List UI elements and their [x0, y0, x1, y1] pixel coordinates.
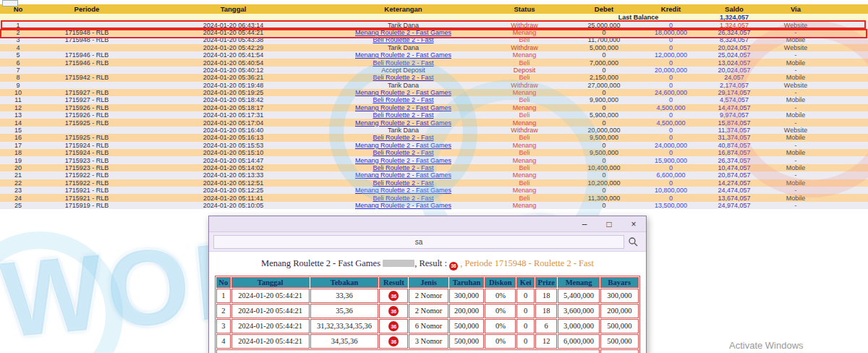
cell-keterangan: Menang Roulette 2 - Fast Games — [329, 187, 477, 194]
transaction-detail-link[interactable]: Menang Roulette 2 - Fast Games — [355, 142, 451, 149]
cell-filler — [828, 21, 868, 28]
transaction-detail-link[interactable]: Beli Roulette 2 - Fast — [373, 149, 433, 156]
transaction-detail-link[interactable]: Menang Roulette 2 - Fast Games — [355, 171, 451, 179]
cell-keterangan: Beli Roulette 2 - Fast — [329, 179, 477, 187]
cell-filler — [828, 119, 868, 126]
transaction-detail-link[interactable]: Menang Roulette 2 - Fast Games — [355, 157, 451, 164]
cell-periode: 1715924 - RLB — [36, 149, 137, 156]
minimize-button[interactable]: – — [572, 216, 597, 232]
detail-column-header-diskon: Diskon — [485, 277, 516, 288]
cell-saldo: 29,174,057 — [705, 89, 763, 96]
transaction-row: 111715927 - RLB2024-01-20 05:18:42Beli R… — [0, 96, 868, 103]
detail-column-header-menang: Menang — [558, 277, 599, 288]
transaction-detail-link[interactable]: Beli Roulette 2 - Fast — [373, 74, 433, 81]
cell-debet: 11,300,000 — [571, 194, 637, 201]
cell-tanggal: 2024-01-20 05:41:54 — [137, 51, 329, 59]
censored-username — [383, 260, 414, 267]
transaction-detail-link[interactable]: Beli Roulette 2 - Fast — [373, 96, 433, 103]
cell-kredit: 0 — [637, 149, 705, 156]
cell-no: 17 — [0, 142, 36, 149]
cell-keterangan: Menang Roulette 2 - Fast Games — [329, 119, 477, 126]
cell-status: Menang — [477, 104, 571, 111]
cell-debet: 5,000,000 — [571, 44, 637, 51]
cell-debet: 0 — [571, 156, 637, 163]
cell-debet: 0 — [571, 104, 637, 111]
transaction-row: 72024-01-20 05:40:12Accept DepositDeposi… — [0, 67, 868, 74]
transaction-detail-link[interactable]: Menang Roulette 2 - Fast Games — [355, 104, 451, 111]
cell-no: 8 — [0, 74, 36, 81]
cell-no: 23 — [0, 187, 36, 194]
roulette-ball-icon: 36 — [388, 291, 399, 301]
cell-status: Menang — [477, 119, 571, 126]
detail-cell-prize: 6 — [535, 319, 557, 333]
transaction-row: 51715946 - RLB2024-01-20 05:41:54Menang … — [0, 51, 868, 59]
column-header-filler — [828, 4, 868, 14]
detail-cell-jenis: 6 Nomor — [409, 319, 448, 333]
close-button[interactable]: × — [621, 216, 646, 232]
cell-periode: 1715922 - RLB — [36, 171, 137, 179]
transaction-row: 231715921 - RLB2024-01-20 05:12:25Menang… — [0, 187, 868, 194]
cell-tanggal: 2024-01-20 05:18:42 — [137, 96, 329, 103]
cell-via: - — [763, 142, 828, 149]
transaction-detail-link[interactable]: Beli Roulette 2 - Fast — [373, 36, 433, 43]
search-input[interactable] — [213, 235, 624, 249]
transaction-detail-link[interactable]: Menang Roulette 2 - Fast Games — [355, 89, 451, 96]
last-balance-label: Last Balance — [571, 14, 705, 21]
transaction-detail-link[interactable]: Beli Roulette 2 - Fast — [373, 195, 433, 202]
detail-cell-bayars: 200,000 — [600, 304, 639, 318]
detail-cell-tebakan: 31,32,33,34,35,36 — [310, 319, 379, 333]
cell-debet: 9,500,000 — [571, 149, 637, 156]
cell-periode — [36, 21, 137, 28]
cell-debet: 0 — [571, 89, 637, 96]
transaction-detail-link[interactable]: Menang Roulette 2 - Fast Games — [355, 29, 451, 36]
cell-saldo: 8,324,057 — [705, 36, 763, 43]
detail-cell-taruhan: 500,000 — [449, 319, 485, 333]
cell-no: 20 — [0, 164, 36, 171]
cell-kredit: 24,600,000 — [637, 89, 705, 96]
roulette-ball-icon: 36 — [388, 306, 399, 316]
transaction-detail-link[interactable]: Menang Roulette 2 - Fast Games — [355, 119, 451, 127]
detail-total-label: TOTAL Menang Roulette 2 - Fast Games — [216, 349, 600, 353]
cell-keterangan: Tarik Dana — [329, 21, 477, 28]
cell-no: 6 — [0, 59, 36, 66]
cell-debet: 9,900,000 — [571, 96, 637, 103]
cell-filler — [828, 89, 868, 96]
detail-cell-menang: 6,000,000 — [558, 334, 599, 349]
search-icon[interactable] — [624, 235, 642, 249]
transaction-detail-link[interactable]: Menang Roulette 2 - Fast Games — [355, 187, 451, 194]
cell-saldo: 14,474,057 — [705, 104, 763, 111]
cell-periode: 1715926 - RLB — [36, 104, 137, 111]
cell-via: - — [763, 29, 828, 36]
transaction-detail-link[interactable]: Beli Roulette 2 - Fast — [373, 59, 433, 67]
transaction-detail-link[interactable]: Menang Roulette 2 - Fast Games — [355, 51, 451, 59]
cell-no: 11 — [0, 96, 36, 103]
detail-cell-no: 4 — [216, 334, 231, 349]
cell-tanggal: 2024-01-20 05:13:33 — [137, 171, 329, 179]
cell-via: Mobile — [763, 96, 828, 103]
detail-column-header-taruhan: Taruhan — [449, 277, 485, 288]
detail-cell-taruhan: 200,000 — [449, 304, 485, 318]
cell-saldo: 24,474,057 — [705, 187, 763, 194]
transaction-detail-link[interactable]: Beli Roulette 2 - Fast — [373, 164, 433, 171]
transaction-detail-link[interactable]: Beli Roulette 2 - Fast — [373, 111, 433, 119]
cell-debet: 5,900,000 — [571, 111, 637, 119]
cell-filler — [828, 142, 868, 149]
cell-debet: 0 — [571, 119, 637, 126]
cell-via: Mobile — [763, 111, 828, 119]
cell-via: - — [763, 104, 828, 111]
transaction-detail-link[interactable]: Beli Roulette 2 - Fast — [373, 134, 433, 141]
cell-debet: 0 — [571, 187, 637, 194]
transaction-row: 191715923 - RLB2024-01-20 05:14:47Menang… — [0, 156, 868, 163]
detail-cell-menang: 3,600,000 — [558, 304, 599, 318]
last-balance-value: 1,324,057 — [705, 14, 763, 21]
cell-no: 2 — [0, 29, 36, 36]
cell-status: Menang — [477, 89, 571, 96]
transaction-detail-link[interactable]: Beli Roulette 2 - Fast — [373, 179, 433, 187]
cell-saldo: 40,874,057 — [705, 142, 763, 149]
cell-tanggal: 2024-01-20 05:16:13 — [137, 134, 329, 141]
maximize-button[interactable]: □ — [597, 216, 621, 232]
cell-no: 10 — [0, 89, 36, 96]
cell-tanggal: 2024-01-20 05:42:29 — [137, 44, 329, 51]
cell-keterangan: Beli Roulette 2 - Fast — [329, 36, 477, 43]
transaction-detail-link[interactable]: Menang Roulette 2 - Fast Games — [355, 202, 451, 209]
